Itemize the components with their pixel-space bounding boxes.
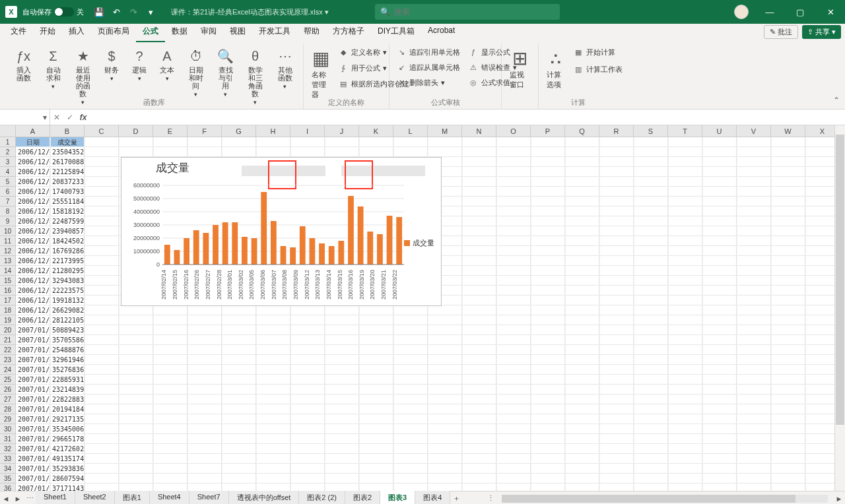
cell[interactable] xyxy=(256,305,290,315)
cell[interactable] xyxy=(290,394,325,404)
table-row[interactable]: 2007/01/1035276836 xyxy=(16,365,845,375)
horizontal-scrollbar[interactable] xyxy=(502,495,828,503)
cell[interactable] xyxy=(496,345,531,354)
cell[interactable]: 2006/12/28 xyxy=(16,305,50,315)
cell[interactable] xyxy=(359,424,393,433)
cell[interactable] xyxy=(462,286,496,295)
col-header[interactable]: H xyxy=(256,125,290,137)
cell[interactable] xyxy=(565,454,599,463)
cell[interactable] xyxy=(599,444,634,453)
cell[interactable] xyxy=(325,315,359,325)
cell[interactable] xyxy=(771,256,805,265)
cell[interactable] xyxy=(702,286,737,295)
cell[interactable] xyxy=(634,286,668,295)
cell[interactable] xyxy=(668,375,702,384)
row-header[interactable]: 20 xyxy=(0,325,15,335)
cell[interactable] xyxy=(668,394,702,404)
cell[interactable]: 2006/12/08 xyxy=(16,167,50,176)
cell[interactable] xyxy=(668,355,702,364)
cell[interactable] xyxy=(428,375,462,384)
cell[interactable] xyxy=(359,305,393,315)
cell[interactable] xyxy=(531,206,565,216)
cell[interactable] xyxy=(702,296,737,305)
cell[interactable] xyxy=(565,177,599,186)
calculate-now-button[interactable]: ▦开始计算 xyxy=(570,45,625,59)
cell[interactable] xyxy=(290,454,325,463)
col-header[interactable]: U xyxy=(702,125,737,137)
cell[interactable] xyxy=(325,325,359,334)
col-header[interactable]: V xyxy=(737,125,771,137)
select-all-corner[interactable] xyxy=(0,125,16,137)
cell[interactable] xyxy=(393,375,428,384)
cell[interactable] xyxy=(119,464,153,473)
cell[interactable] xyxy=(359,315,393,325)
cell[interactable] xyxy=(702,266,737,275)
calculate-sheet-button[interactable]: ▥计算工作表 xyxy=(570,62,625,77)
cell[interactable] xyxy=(256,147,290,156)
cell[interactable] xyxy=(565,305,599,315)
cell[interactable] xyxy=(668,177,702,186)
cell[interactable]: 42172602 xyxy=(50,444,84,453)
cell[interactable] xyxy=(393,365,428,374)
cell[interactable] xyxy=(359,414,393,424)
cell[interactable] xyxy=(290,474,325,483)
cell[interactable] xyxy=(531,424,565,433)
cell[interactable] xyxy=(599,266,634,275)
cell[interactable] xyxy=(634,375,668,384)
cell[interactable] xyxy=(531,246,565,255)
row-header[interactable]: 35 xyxy=(0,474,15,484)
cell[interactable]: 20194184 xyxy=(50,404,84,414)
cell[interactable] xyxy=(153,484,187,491)
cell[interactable] xyxy=(187,414,222,424)
cell[interactable] xyxy=(771,197,805,206)
cell[interactable] xyxy=(702,137,737,146)
cell[interactable] xyxy=(634,464,668,473)
cell[interactable] xyxy=(634,266,668,275)
cell[interactable] xyxy=(462,226,496,236)
cell[interactable]: 2007/01/17 xyxy=(16,414,50,424)
cell[interactable] xyxy=(599,276,634,285)
cell[interactable] xyxy=(119,444,153,453)
cell[interactable]: 16769286 xyxy=(50,246,84,255)
cell[interactable] xyxy=(702,206,737,216)
cell[interactable] xyxy=(325,484,359,491)
qat-more-icon[interactable]: ▾ xyxy=(145,6,156,18)
cell[interactable] xyxy=(668,256,702,265)
cell[interactable] xyxy=(737,197,771,206)
cell[interactable] xyxy=(496,394,531,404)
cell[interactable] xyxy=(531,167,565,176)
cell[interactable] xyxy=(84,315,119,325)
row-header[interactable]: 1 xyxy=(0,137,15,147)
cell[interactable] xyxy=(119,305,153,315)
remove-arrows-button[interactable]: ✕删除箭头 ▾ xyxy=(393,75,463,90)
cell[interactable] xyxy=(84,256,119,265)
col-header[interactable]: T xyxy=(668,125,702,137)
sheet-tab[interactable]: Sheet7 xyxy=(189,491,229,504)
cell[interactable] xyxy=(599,484,634,491)
cell[interactable] xyxy=(668,206,702,216)
cell[interactable] xyxy=(496,216,531,226)
cell[interactable] xyxy=(668,464,702,473)
cell[interactable] xyxy=(565,296,599,305)
cell[interactable] xyxy=(634,315,668,325)
cell[interactable] xyxy=(565,355,599,364)
cell[interactable] xyxy=(187,325,222,334)
cell[interactable] xyxy=(84,266,119,275)
table-row[interactable]: 2007/01/2435293836 xyxy=(16,464,845,474)
cell[interactable] xyxy=(737,474,771,483)
cell[interactable] xyxy=(496,315,531,325)
cell[interactable] xyxy=(771,484,805,491)
cell[interactable] xyxy=(531,286,565,295)
cell[interactable] xyxy=(531,414,565,424)
cell[interactable] xyxy=(187,305,222,315)
cell[interactable]: 2007/01/09 xyxy=(16,355,50,364)
cell[interactable]: 32943083 xyxy=(50,276,84,285)
cell[interactable] xyxy=(290,464,325,473)
cell[interactable] xyxy=(565,365,599,374)
cell[interactable] xyxy=(462,137,496,146)
cell[interactable] xyxy=(599,256,634,265)
cell[interactable] xyxy=(737,335,771,344)
cell[interactable] xyxy=(668,385,702,394)
cell[interactable] xyxy=(737,464,771,473)
cell[interactable] xyxy=(668,286,702,295)
